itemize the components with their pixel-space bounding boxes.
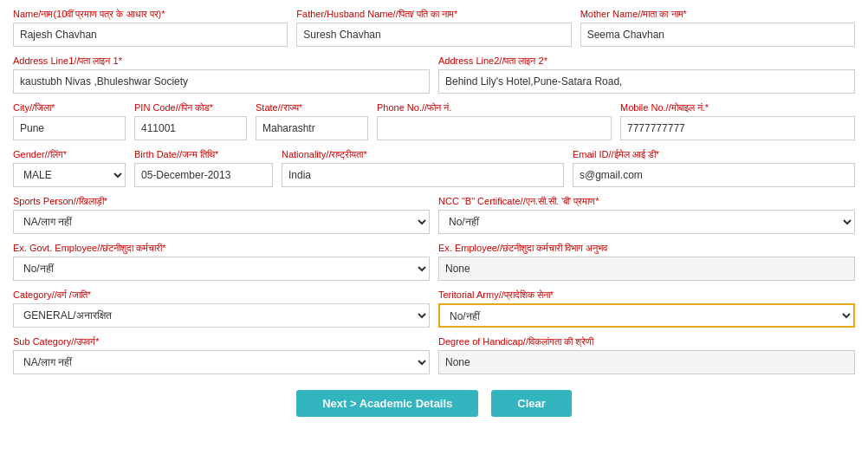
group-gender: Gender//लिंग* MALE FEMALE OTHER (13, 149, 126, 187)
state-label: State//राज्य* (256, 102, 368, 114)
row-contact: City//जिला* PIN Code//पिन कोड* State//रा… (13, 102, 855, 140)
group-ncc: NCC "B" Certificate//एन.सी.सी. 'बी' प्रम… (438, 196, 855, 234)
subcat-select[interactable]: NA/लाग नहीं (13, 350, 430, 374)
group-state: State//राज्य* (256, 102, 368, 140)
category-select[interactable]: GENERAL/अनारक्षित OBC SC ST NT SBC (13, 303, 430, 328)
father-label: Father/Husband Name//पिता/ पति का नाम* (296, 9, 571, 20)
subcat-label: Sub Category//उपवर्ग* (13, 336, 430, 348)
nationality-input[interactable] (282, 163, 564, 187)
next-academic-button[interactable]: Next > Academic Details (296, 390, 478, 417)
category-label: Category//वर्ग /जाति* (13, 289, 430, 301)
group-exgovt: Ex. Govt. Employee//छंटनीशुदा कर्मचारी* … (13, 243, 430, 281)
group-name: Name/नाम(10वीं प्रमाण पत्र के आधार पर)* (13, 9, 288, 47)
group-category: Category//वर्ग /जाति* GENERAL/अनारक्षित … (13, 289, 430, 328)
clear-button[interactable]: Clear (491, 390, 572, 417)
territorial-label: Teritorial Army//प्रादेशिक सेना* (438, 289, 855, 301)
group-addr1: Address Line1//पता लाइन 1* (13, 55, 430, 94)
exemp-value: None (438, 257, 855, 281)
row-subcat: Sub Category//उपवर्ग* NA/लाग नहीं Degree… (13, 336, 855, 374)
mother-input[interactable] (580, 23, 855, 47)
ncc-label: NCC "B" Certificate//एन.सी.सी. 'बी' प्रम… (438, 196, 855, 207)
row-exgovt: Ex. Govt. Employee//छंटनीशुदा कर्मचारी* … (13, 243, 855, 281)
dob-input[interactable] (134, 163, 273, 187)
addr1-label: Address Line1//पता लाइन 1* (13, 55, 430, 67)
nationality-label: Nationality//राष्ट्रीयता* (282, 149, 564, 160)
name-input[interactable] (13, 23, 288, 47)
handicap-value: None (438, 350, 855, 374)
group-territorial: Teritorial Army//प्रादेशिक सेना* No/नहीं… (438, 289, 855, 328)
group-father: Father/Husband Name//पिता/ पति का नाम* (296, 9, 571, 47)
dob-label: Birth Date//जन्म तिथि* (134, 149, 273, 160)
row-address: Address Line1//पता लाइन 1* Address Line2… (13, 55, 855, 94)
group-addr2: Address Line2//पता लाइन 2* (438, 55, 855, 94)
sports-label: Sports Person//खिलाड़ी* (13, 196, 430, 207)
group-phone: Phone No.//फोन नं. (377, 102, 612, 140)
phone-input[interactable] (377, 116, 612, 140)
exgovt-label: Ex. Govt. Employee//छंटनीशुदा कर्मचारी* (13, 243, 430, 254)
button-row: Next > Academic Details Clear (13, 390, 855, 426)
email-label: Email ID//ईमेल आई डी* (573, 149, 855, 160)
father-input[interactable] (296, 23, 571, 47)
email-input[interactable] (573, 163, 855, 187)
exemp-label: Ex. Employee//छंटनीशुदा कर्मचारी विभाग अ… (438, 243, 855, 254)
mother-label: Mother Name//माता का नाम* (580, 9, 855, 20)
addr2-input[interactable] (438, 69, 855, 94)
group-handicap: Degree of Handicap//विकलांगता की श्रेणी … (438, 336, 855, 374)
territorial-select[interactable]: No/नहीं Yes/हाँ (438, 303, 855, 328)
group-subcat: Sub Category//उपवर्ग* NA/लाग नहीं (13, 336, 430, 374)
city-label: City//जिला* (13, 102, 126, 114)
group-pin: PIN Code//पिन कोड* (134, 102, 247, 140)
personal-details-form: Name/नाम(10वीं प्रमाण पत्र के आधार पर)* … (13, 9, 855, 426)
exgovt-select[interactable]: No/नहीं Yes/हाँ (13, 257, 430, 281)
addr2-label: Address Line2//पता लाइन 2* (438, 55, 855, 67)
pin-input[interactable] (134, 116, 247, 140)
group-mother: Mother Name//माता का नाम* (580, 9, 855, 47)
ncc-select[interactable]: No/नहीं Yes/हाँ (438, 210, 855, 234)
name-label: Name/नाम(10वीं प्रमाण पत्र के आधार पर)* (13, 9, 288, 20)
phone-label: Phone No.//फोन नं. (377, 102, 612, 114)
group-exemp: Ex. Employee//छंटनीशुदा कर्मचारी विभाग अ… (438, 243, 855, 281)
city-input[interactable] (13, 116, 126, 140)
group-nationality: Nationality//राष्ट्रीयता* (282, 149, 564, 187)
row-sports-ncc: Sports Person//खिलाड़ी* NA/लाग नहीं Yes/… (13, 196, 855, 234)
addr1-input[interactable] (13, 69, 430, 94)
handicap-label: Degree of Handicap//विकलांगता की श्रेणी (438, 336, 855, 348)
gender-select[interactable]: MALE FEMALE OTHER (13, 163, 126, 187)
group-sports: Sports Person//खिलाड़ी* NA/लाग नहीं Yes/… (13, 196, 430, 234)
mobile-input[interactable] (620, 116, 855, 140)
state-input[interactable] (256, 116, 368, 140)
row-names: Name/नाम(10वीं प्रमाण पत्र के आधार पर)* … (13, 9, 855, 47)
group-dob: Birth Date//जन्म तिथि* (134, 149, 273, 187)
sports-select[interactable]: NA/लाग नहीं Yes/हाँ No/नहीं (13, 210, 430, 234)
group-mobile: Mobile No.//मोबाइल नं.* (620, 102, 855, 140)
gender-label: Gender//लिंग* (13, 149, 126, 160)
pin-label: PIN Code//पिन कोड* (134, 102, 247, 114)
row-category: Category//वर्ग /जाति* GENERAL/अनारक्षित … (13, 289, 855, 328)
group-email: Email ID//ईमेल आई डी* (573, 149, 855, 187)
row-personal: Gender//लिंग* MALE FEMALE OTHER Birth Da… (13, 149, 855, 187)
group-city: City//जिला* (13, 102, 126, 140)
mobile-label: Mobile No.//मोबाइल नं.* (620, 102, 855, 114)
